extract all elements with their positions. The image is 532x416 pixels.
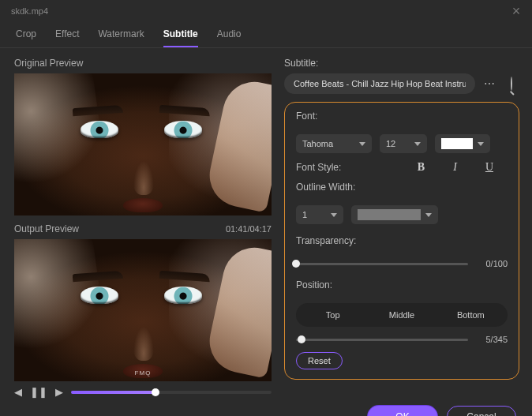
next-frame-icon[interactable]: ▶: [55, 386, 63, 398]
outline-width-select[interactable]: 1: [296, 205, 343, 224]
font-family-value: Tahoma: [302, 139, 333, 148]
output-preview: FMQ: [14, 239, 272, 381]
font-color-select[interactable]: [435, 134, 490, 153]
position-value: 5/345: [476, 335, 508, 344]
chevron-down-icon: [478, 142, 484, 146]
chevron-down-icon: [425, 213, 432, 217]
transparency-thumb[interactable]: [292, 260, 300, 268]
cancel-button[interactable]: Cancel: [447, 406, 516, 416]
tab-bar: Crop Effect Watermark Subtitle Audio: [0, 19, 532, 48]
subtitle-label: Subtitle:: [284, 58, 519, 69]
tab-effect[interactable]: Effect: [55, 22, 79, 47]
font-family-select[interactable]: Tahoma: [296, 134, 372, 153]
position-top[interactable]: Top: [298, 305, 367, 324]
position-middle[interactable]: Middle: [367, 305, 436, 324]
font-size-select[interactable]: 12: [380, 134, 427, 153]
close-icon[interactable]: ×: [508, 3, 524, 20]
editor-dialog: skdk.mp4 × Crop Effect Watermark Subtitl…: [0, 0, 532, 416]
position-slider[interactable]: [296, 339, 468, 341]
outline-width-value: 1: [302, 210, 307, 219]
chevron-down-icon: [414, 142, 421, 146]
position-label: Position:: [296, 279, 508, 290]
pause-icon[interactable]: ❚❚: [30, 386, 47, 398]
underline-button[interactable]: U: [485, 161, 493, 174]
outline-color-swatch: [358, 209, 421, 220]
tab-subtitle[interactable]: Subtitle: [163, 22, 198, 47]
font-color-swatch: [441, 138, 473, 149]
playback-time: 01:41/04:17: [226, 224, 272, 234]
chevron-down-icon: [359, 142, 365, 146]
font-label: Font:: [296, 111, 508, 122]
more-icon[interactable]: ⋯: [481, 77, 497, 90]
content-area: Original Preview Output Preview 01:41/04…: [0, 48, 532, 404]
position-bottom[interactable]: Bottom: [436, 305, 505, 324]
position-thumb[interactable]: [298, 335, 305, 343]
player-controls: ◀ ❚❚ ▶: [14, 386, 272, 398]
chevron-down-icon: [331, 213, 337, 217]
progress-slider[interactable]: [71, 391, 272, 394]
subtitle-input[interactable]: [284, 73, 475, 94]
tab-audio[interactable]: Audio: [217, 22, 242, 47]
search-icon[interactable]: [504, 77, 519, 90]
subtitle-style-panel: Font: Tahoma 12 Font: [284, 102, 519, 380]
transparency-label: Transparency:: [296, 235, 508, 246]
italic-button[interactable]: I: [453, 161, 457, 174]
preview-column: Original Preview Output Preview 01:41/04…: [14, 58, 272, 398]
tab-watermark[interactable]: Watermark: [98, 22, 144, 47]
font-size-value: 12: [386, 139, 395, 148]
window-title: skdk.mp4: [11, 6, 48, 16]
reset-button[interactable]: Reset: [296, 352, 343, 369]
transparency-slider[interactable]: [296, 263, 468, 265]
ok-button[interactable]: OK: [368, 406, 437, 416]
position-segmented: Top Middle Bottom: [296, 303, 508, 327]
titlebar: skdk.mp4 ×: [0, 0, 532, 19]
original-preview: [14, 73, 272, 215]
settings-column: Subtitle: ⋯ Font: Tahoma 12: [284, 58, 519, 398]
prev-frame-icon[interactable]: ◀: [14, 386, 22, 398]
transparency-value: 0/100: [476, 259, 508, 268]
bold-button[interactable]: B: [418, 161, 425, 174]
watermark-text: FMQ: [135, 369, 152, 377]
progress-thumb[interactable]: [152, 388, 159, 396]
original-preview-label: Original Preview: [14, 58, 272, 69]
tab-crop[interactable]: Crop: [16, 22, 36, 47]
font-style-label: Font Style:: [296, 162, 341, 173]
output-preview-label: Output Preview: [14, 223, 79, 234]
dialog-footer: OK Cancel: [0, 404, 532, 416]
outline-color-select[interactable]: [351, 205, 438, 224]
outline-width-label: Outline Width:: [296, 182, 508, 193]
